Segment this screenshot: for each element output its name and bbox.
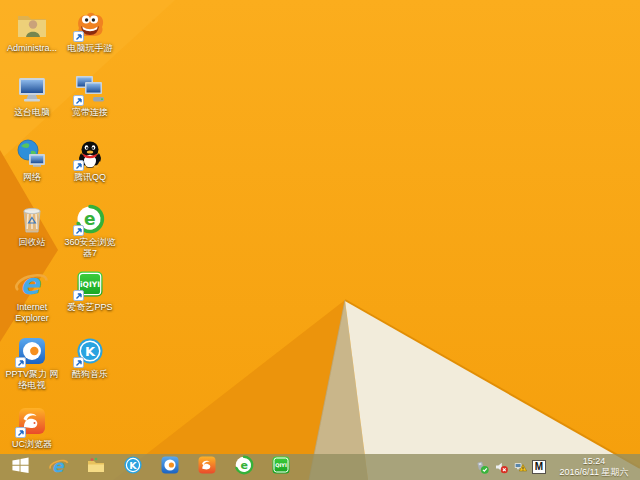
- user-folder-icon: [15, 8, 49, 42]
- svg-text:e: e: [240, 459, 247, 472]
- kugou-icon: K: [73, 334, 107, 368]
- icon-label: 酷狗音乐: [61, 369, 119, 380]
- uc-browser-icon: [197, 455, 217, 479]
- shortcut-arrow-icon: [73, 225, 84, 236]
- windows-logo-icon: [11, 456, 30, 479]
- safely-remove-hardware-icon[interactable]: [475, 460, 489, 474]
- taskbar-pptv-button[interactable]: [151, 454, 188, 480]
- clock-date: 2016/6/11 星期六: [555, 467, 633, 478]
- shortcut-arrow-icon: [73, 290, 84, 301]
- shortcut-arrow-icon: [73, 357, 84, 368]
- shortcut-arrow-icon: [15, 357, 26, 368]
- kugou-icon: K: [123, 455, 143, 479]
- start-button[interactable]: [0, 454, 40, 480]
- desktop-icon-this-pc[interactable]: 这台电脑: [3, 72, 61, 118]
- desktop-icon-administrator[interactable]: Administra...: [3, 8, 61, 54]
- shortcut-arrow-icon: [73, 95, 84, 106]
- 360-browser-icon: e: [234, 455, 254, 479]
- icon-label: 360安全浏览器7: [61, 237, 119, 259]
- computer-icon: [15, 72, 49, 106]
- desktop-icon-360-browser[interactable]: e 360安全浏览器7: [61, 202, 119, 259]
- svg-text:e: e: [52, 456, 65, 476]
- icon-label: 这台电脑: [3, 107, 61, 118]
- desktop-icon-recycle-bin[interactable]: 回收站: [3, 202, 61, 248]
- desktop-icon-iqiyi[interactable]: iQIYI 爱奇艺PPS: [61, 267, 119, 313]
- taskbar-clock[interactable]: 15:24 2016/6/11 星期六: [551, 456, 633, 478]
- recycle-bin-icon: [15, 202, 49, 236]
- system-tray: M 15:24 2016/6/11 星期六: [475, 456, 640, 478]
- taskbar-file-explorer-button[interactable]: [77, 454, 114, 480]
- uc-browser-icon: [15, 404, 49, 438]
- desktop-icon-internet-explorer[interactable]: e Internet Explorer: [3, 267, 61, 324]
- icon-label: 电脑玩手游: [61, 43, 119, 54]
- pptv-icon: [160, 455, 180, 479]
- taskbar-ie-button[interactable]: e: [40, 454, 77, 480]
- desktop-icon-broadband[interactable]: 宽带连接: [61, 72, 119, 118]
- desktop-icon-network[interactable]: 网络: [3, 137, 61, 183]
- ime-mode-indicator[interactable]: M: [532, 460, 546, 474]
- icon-label: 回收站: [3, 237, 61, 248]
- network-globe-icon: [15, 137, 49, 171]
- svg-text:QIYI: QIYI: [275, 462, 287, 468]
- svg-text:K: K: [129, 460, 137, 471]
- icon-label: 爱奇艺PPS: [61, 302, 119, 313]
- qq-penguin-icon: [73, 137, 107, 171]
- ie-icon: e: [15, 267, 49, 301]
- icon-label: Administra...: [3, 43, 61, 54]
- desktop-icon-kugou[interactable]: K 酷狗音乐: [61, 334, 119, 380]
- icon-label: PPTV聚力 网络电视: [3, 369, 61, 391]
- 360-browser-icon: e: [73, 202, 107, 236]
- network-warning-icon[interactable]: [513, 460, 527, 474]
- taskbar-uc-button[interactable]: [188, 454, 225, 480]
- icon-label: 腾讯QQ: [61, 172, 119, 183]
- taskbar-360-button[interactable]: e: [225, 454, 262, 480]
- ie-icon: e: [49, 455, 69, 479]
- pptv-icon: [15, 334, 49, 368]
- desktop-screen: Administra... 这台电脑 网络: [0, 0, 640, 480]
- taskbar-kugou-button[interactable]: K: [114, 454, 151, 480]
- desktop-icon-pc-games[interactable]: 电脑玩手游: [61, 8, 119, 54]
- icon-label: 网络: [3, 172, 61, 183]
- volume-muted-icon[interactable]: [494, 460, 508, 474]
- taskbar: e K: [0, 454, 640, 480]
- icon-label: 宽带连接: [61, 107, 119, 118]
- broadband-connection-icon: [73, 72, 107, 106]
- file-explorer-icon: [86, 455, 106, 479]
- desktop-icon-qq[interactable]: 腾讯QQ: [61, 137, 119, 183]
- clock-time: 15:24: [555, 456, 633, 467]
- taskbar-iqiyi-button[interactable]: QIYI: [262, 454, 299, 480]
- shortcut-arrow-icon: [73, 160, 84, 171]
- shortcut-arrow-icon: [15, 427, 26, 438]
- icon-label: Internet Explorer: [3, 302, 61, 324]
- iqiyi-icon: iQIYI: [73, 267, 107, 301]
- icon-label: UC浏览器: [3, 439, 61, 450]
- shortcut-arrow-icon: [73, 31, 84, 42]
- desktop-icon-uc-browser[interactable]: UC浏览器: [3, 404, 61, 450]
- svg-text:K: K: [85, 344, 96, 359]
- desktop-icon-pptv[interactable]: PPTV聚力 网络电视: [3, 334, 61, 391]
- game-monster-icon: [73, 8, 107, 42]
- svg-text:iQIYI: iQIYI: [80, 280, 100, 289]
- iqiyi-icon: QIYI: [271, 455, 291, 479]
- svg-text:e: e: [20, 267, 42, 301]
- svg-text:e: e: [84, 209, 96, 229]
